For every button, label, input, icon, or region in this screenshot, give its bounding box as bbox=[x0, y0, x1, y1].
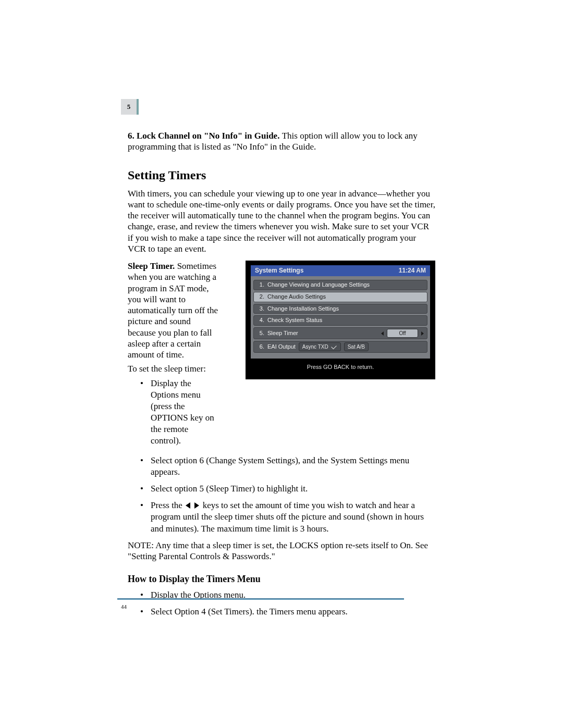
note-text: NOTE: Any time that a sleep timer is set… bbox=[128, 540, 435, 562]
sleep-timer-text: Sleep Timer. Sometimes when you are watc… bbox=[128, 261, 227, 452]
sleep-timer-p2: To set the sleep timer: bbox=[128, 363, 219, 374]
eai-mode[interactable]: Async TXD bbox=[299, 342, 341, 351]
osd-row-5[interactable]: 5. Sleep Timer Off bbox=[253, 327, 427, 339]
b4-part-b: keys to set the amount of time you wish … bbox=[151, 500, 424, 533]
bullet-select-4: Select Option 4 (Set Timers). the Timers… bbox=[135, 606, 435, 618]
osd-row-num: 3. bbox=[257, 305, 264, 313]
content-body: 6. Lock Channel on "No Info" in Guide. T… bbox=[128, 130, 435, 618]
osd-row-num: 5. bbox=[257, 330, 264, 337]
osd-row-label: Sleep Timer bbox=[267, 330, 378, 337]
b4-part-a: Press the bbox=[151, 500, 185, 510]
osd-row-6[interactable]: 6. EAI Output Async TXD Sat A/B bbox=[253, 341, 427, 353]
osd-row-num: 6. bbox=[257, 343, 264, 351]
osd-footer: Press GO BACK to return. bbox=[251, 359, 430, 373]
footer-rule bbox=[117, 598, 404, 600]
check-icon bbox=[331, 343, 337, 349]
bullet-select-5: Select option 5 (Sleep Timer) to highlig… bbox=[135, 483, 435, 495]
osd-row-1[interactable]: 1. Change Viewing and Language Settings bbox=[253, 280, 427, 290]
bullet-press-arrows: Press the keys to set the amount of time… bbox=[135, 500, 435, 534]
sleep-timer-p1: Sometimes when you are watching a progra… bbox=[128, 261, 218, 360]
left-arrow-icon bbox=[186, 502, 190, 509]
osd-time: 11:24 AM bbox=[399, 267, 426, 275]
osd-title: System Settings bbox=[255, 267, 303, 275]
osd-header: System Settings 11:24 AM bbox=[251, 265, 430, 276]
osd-body: 1. Change Viewing and Language Settings … bbox=[251, 276, 430, 359]
left-arrow-icon[interactable] bbox=[381, 331, 384, 336]
heading-display-timers: How to Display the Timers Menu bbox=[128, 573, 435, 585]
osd-row-num: 4. bbox=[257, 317, 264, 324]
system-settings-osd: System Settings 11:24 AM 1. Change Viewi… bbox=[246, 261, 435, 379]
heading-setting-timers: Setting Timers bbox=[128, 167, 435, 183]
osd-row-label: Check System Status bbox=[267, 317, 424, 324]
page: 5 6. Lock Channel on "No Info" in Guide.… bbox=[0, 0, 563, 728]
eai-mode-text: Async TXD bbox=[302, 343, 328, 351]
osd-row-label: Change Installation Settings bbox=[267, 305, 424, 313]
right-arrow-icon[interactable] bbox=[421, 331, 424, 336]
osd-row-label: Change Viewing and Language Settings bbox=[267, 281, 424, 289]
osd-row-num: 2. bbox=[257, 293, 264, 301]
osd-row-label: EAI Output bbox=[267, 343, 296, 351]
bullet-select-6: Select option 6 (Change System Settings)… bbox=[135, 455, 435, 478]
timers-intro: With timers, you can schedule your viewi… bbox=[128, 188, 435, 255]
lock-channel-lead: 6. Lock Channel on "No Info" in Guide. bbox=[128, 131, 282, 141]
sleep-timer-lead: Sleep Timer. bbox=[128, 261, 177, 271]
bullet-display-options: Display the Options menu (press the OPTI… bbox=[135, 378, 219, 447]
osd-row-3[interactable]: 3. Change Installation Settings bbox=[253, 304, 427, 314]
right-arrow-icon bbox=[194, 502, 199, 509]
osd-row-num: 1. bbox=[257, 281, 264, 289]
eai-sat[interactable]: Sat A/B bbox=[344, 342, 369, 351]
lock-channel-para: 6. Lock Channel on "No Info" in Guide. T… bbox=[128, 130, 435, 153]
osd-row-2[interactable]: 2. Change Audio Settings bbox=[253, 292, 427, 302]
osd-row-4[interactable]: 4. Check System Status bbox=[253, 315, 427, 326]
sleep-timer-value[interactable]: Off bbox=[387, 329, 418, 338]
osd-row-label: Change Audio Settings bbox=[267, 293, 424, 301]
chapter-tab: 5 bbox=[121, 99, 137, 115]
page-number: 44 bbox=[121, 603, 127, 610]
